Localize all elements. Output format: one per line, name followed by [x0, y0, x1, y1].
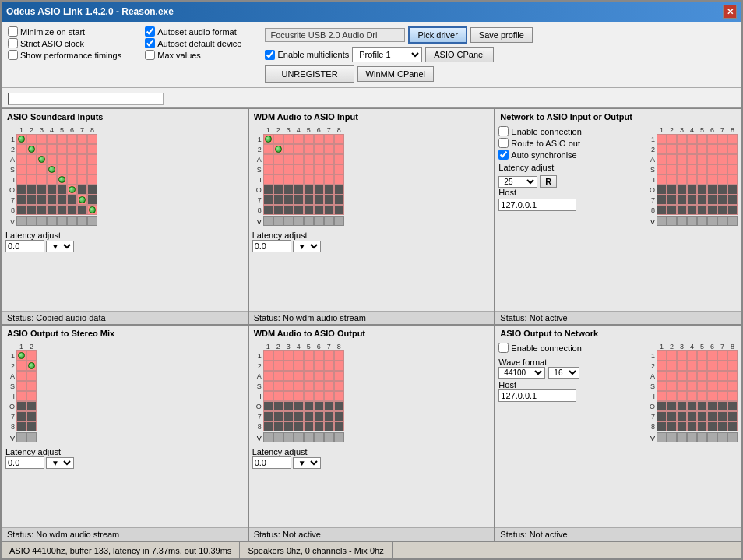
- grid-cell-0-6[interactable]: [77, 134, 87, 144]
- grid-cell-4-0[interactable]: [263, 391, 273, 401]
- grid-cell-7-2[interactable]: [283, 421, 294, 431]
- grid-cell-6-5[interactable]: [707, 411, 717, 421]
- grid-cell-3-7[interactable]: [334, 381, 344, 391]
- grid-cell-6-0[interactable]: [16, 195, 26, 205]
- grid-cell-0-0[interactable]: [16, 134, 26, 144]
- grid-cell-5-5[interactable]: [314, 185, 324, 195]
- grid-cell-2-1[interactable]: [273, 371, 283, 381]
- grid-cell-2-1[interactable]: [26, 371, 37, 381]
- grid-cell-1-6[interactable]: [717, 144, 727, 154]
- grid-cell-0-6[interactable]: [324, 350, 334, 361]
- grid-cell-5-4[interactable]: [57, 185, 67, 195]
- grid-cell-7-5[interactable]: [707, 421, 717, 431]
- grid-cell-4-3[interactable]: [687, 174, 697, 185]
- grid-cell-5-6[interactable]: [77, 185, 87, 195]
- grid-cell-2-2[interactable]: [283, 371, 294, 381]
- grid-cell-2-5[interactable]: [707, 371, 717, 381]
- grid-cell-7-0[interactable]: [16, 421, 26, 431]
- grid-cell-6-3[interactable]: [294, 411, 304, 421]
- grid-cell-1-2[interactable]: [283, 361, 294, 371]
- grid-cell-4-3[interactable]: [294, 174, 304, 185]
- grid-cell-2-6[interactable]: [77, 154, 87, 164]
- grid-cell-4-7[interactable]: [727, 174, 738, 185]
- grid-cell-2-5[interactable]: [314, 371, 324, 381]
- grid-cell-3-0[interactable]: [263, 164, 273, 174]
- grid-cell-3-1[interactable]: [667, 164, 677, 174]
- grid-cell-4-7[interactable]: [87, 174, 97, 185]
- grid-cell-1-1[interactable]: [667, 361, 677, 371]
- grid-cell-3-3[interactable]: [687, 164, 697, 174]
- grid-cell-7-3[interactable]: [47, 205, 57, 215]
- strict-checkbox-label[interactable]: Strict ASIO clock: [8, 38, 121, 48]
- grid-cell-4-7[interactable]: [334, 391, 344, 401]
- grid-cell-4-1[interactable]: [667, 391, 677, 401]
- grid-cell-1-2[interactable]: [677, 361, 687, 371]
- grid-cell-4-1[interactable]: [273, 174, 283, 185]
- grid-cell-5-4[interactable]: [697, 401, 707, 411]
- grid-cell-1-3[interactable]: [687, 361, 697, 371]
- grid-cell-6-0[interactable]: [657, 411, 667, 421]
- grid-cell-4-0[interactable]: [657, 174, 667, 185]
- grid-cell-3-4[interactable]: [697, 381, 707, 391]
- grid-cell-5-6[interactable]: [717, 185, 727, 195]
- grid-cell-1-3[interactable]: [294, 144, 304, 154]
- grid-cell-0-4[interactable]: [304, 134, 314, 144]
- grid-cell-1-3[interactable]: [294, 361, 304, 371]
- grid-cell-5-6[interactable]: [717, 401, 727, 411]
- grid-cell-5-7[interactable]: [727, 185, 738, 195]
- grid-cell-1-0[interactable]: [657, 144, 667, 154]
- grid-cell-5-7[interactable]: [87, 185, 97, 195]
- grid-cell-3-5[interactable]: [314, 381, 324, 391]
- grid-cell-2-0[interactable]: [263, 371, 273, 381]
- grid-cell-6-7[interactable]: [334, 411, 344, 421]
- grid-cell-0-4[interactable]: [304, 350, 314, 361]
- grid-cell-0-2[interactable]: [283, 134, 294, 144]
- grid-cell-1-7[interactable]: [334, 361, 344, 371]
- grid-cell-7-6[interactable]: [324, 205, 334, 215]
- grid-cell-2-1[interactable]: [667, 154, 677, 164]
- winmm-cpanel-button[interactable]: WinMM CPanel: [357, 66, 434, 82]
- grid-cell-3-4[interactable]: [57, 164, 67, 174]
- grid-cell-3-3[interactable]: [294, 381, 304, 391]
- grid-cell-5-2[interactable]: [677, 401, 687, 411]
- grid-cell-2-7[interactable]: [727, 371, 738, 381]
- r-button[interactable]: R: [540, 175, 557, 188]
- grid-cell-2-7[interactable]: [727, 154, 738, 164]
- grid-cell-6-2[interactable]: [283, 195, 294, 205]
- grid-cell-2-5[interactable]: [314, 154, 324, 164]
- grid-cell-4-1[interactable]: [26, 391, 37, 401]
- grid-cell-3-2[interactable]: [283, 381, 294, 391]
- grid-cell-7-4[interactable]: [697, 421, 707, 431]
- grid-cell-2-0[interactable]: [16, 154, 26, 164]
- grid-cell-0-3[interactable]: [294, 350, 304, 361]
- grid-cell-4-2[interactable]: [283, 391, 294, 401]
- grid-cell-1-2[interactable]: [677, 144, 687, 154]
- grid-cell-3-4[interactable]: [697, 164, 707, 174]
- grid-cell-0-0[interactable]: [16, 350, 26, 361]
- asio-network-enable-checkbox[interactable]: [498, 343, 509, 353]
- profile-select[interactable]: Profile 1: [352, 47, 422, 62]
- grid-cell-6-4[interactable]: [697, 411, 707, 421]
- pick-driver-button[interactable]: Pick driver: [408, 26, 467, 44]
- grid-cell-7-6[interactable]: [77, 205, 87, 215]
- grid-cell-7-5[interactable]: [707, 205, 717, 215]
- grid-cell-0-1[interactable]: [26, 350, 37, 361]
- grid-cell-5-4[interactable]: [697, 185, 707, 195]
- grid-cell-0-5[interactable]: [67, 134, 77, 144]
- minimize-checkbox[interactable]: [8, 26, 18, 37]
- autoset-device-checkbox[interactable]: [145, 38, 155, 48]
- performance-checkbox[interactable]: [8, 50, 18, 60]
- grid-cell-5-3[interactable]: [47, 185, 57, 195]
- grid-cell-5-1[interactable]: [667, 185, 677, 195]
- grid-cell-0-6[interactable]: [717, 134, 727, 144]
- grid-cell-4-0[interactable]: [657, 391, 667, 401]
- grid-cell-7-2[interactable]: [37, 205, 47, 215]
- grid-cell-1-7[interactable]: [727, 144, 738, 154]
- grid-cell-7-7[interactable]: [87, 205, 97, 215]
- grid-cell-7-0[interactable]: [16, 205, 26, 215]
- grid-cell-3-1[interactable]: [273, 381, 283, 391]
- grid-cell-6-6[interactable]: [717, 411, 727, 421]
- grid-cell-7-1[interactable]: [273, 421, 283, 431]
- autoset-device-label[interactable]: Autoset default device: [145, 38, 241, 48]
- grid-cell-0-7[interactable]: [334, 134, 344, 144]
